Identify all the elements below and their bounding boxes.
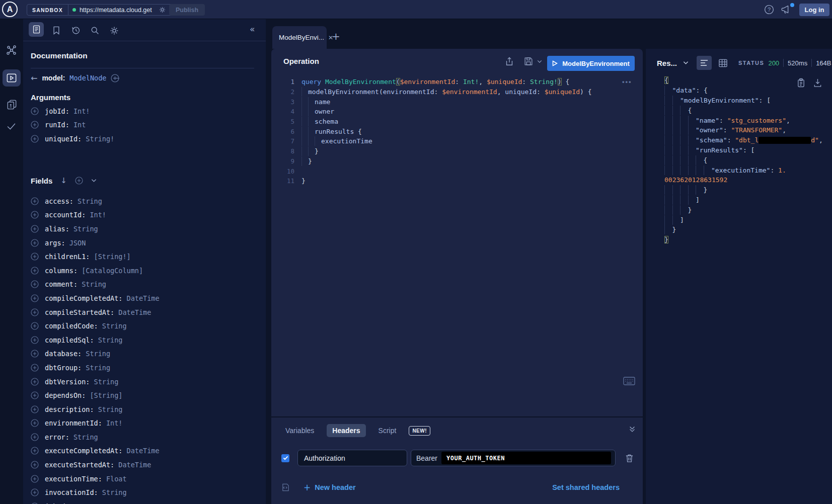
history-icon[interactable] [71,26,81,35]
add-field-icon[interactable] [31,405,39,413]
field-item[interactable]: environmentId: Int! [23,416,266,431]
field-item[interactable]: jobId: Int! [23,499,266,504]
fields-options-chevron-icon[interactable] [91,179,97,183]
field-type[interactable]: String [78,197,102,205]
field-item[interactable]: database: String [23,347,266,361]
header-value-input[interactable]: Bearer YOUR_AUTH_TOKEN [411,450,616,466]
schema-graph-icon[interactable] [6,44,18,56]
panel-divider[interactable] [271,416,643,417]
add-field-icon[interactable] [31,107,39,115]
editor-more-menu[interactable]: ••• [622,78,632,86]
tab-variables[interactable]: Variables [280,424,320,437]
field-type[interactable]: String [102,322,127,330]
response-dropdown-chevron-icon[interactable] [683,61,689,65]
field-item[interactable]: executionTime: Float [23,472,266,486]
add-field-icon[interactable] [31,121,39,129]
tab-headers[interactable]: Headers [327,424,365,437]
code-line[interactable]: 9} [279,156,592,166]
field-item[interactable]: columns: [CatalogColumn] [23,264,266,278]
collapse-bottom-panel-icon[interactable] [628,425,636,433]
code-line[interactable]: 10 [279,166,592,176]
field-item[interactable]: accountId: Int! [23,208,266,222]
table-view-icon[interactable] [718,58,728,68]
add-field-icon[interactable] [31,267,39,275]
add-field-icon[interactable] [31,308,39,316]
field-type[interactable]: Int [73,121,86,129]
field-item[interactable]: dbtGroup: String [23,361,266,375]
delete-header-trash-icon[interactable] [625,454,634,463]
field-item[interactable]: executeCompletedAt: DateTime [23,444,266,458]
share-icon[interactable] [504,56,514,66]
apollo-logo[interactable]: A [2,2,18,17]
new-tab-button[interactable]: + [332,30,340,42]
endpoint-url[interactable]: https://metadata.cloud.get [80,7,155,14]
save-options-chevron-icon[interactable] [537,60,542,63]
argument-item[interactable]: jobId: Int! [23,104,266,118]
add-field-icon[interactable] [31,280,39,288]
code-line[interactable]: 5schema [279,117,592,127]
explorer-nav-item[interactable] [3,69,21,87]
field-type[interactable]: String [86,350,110,358]
field-item[interactable]: compiledCode: String [23,319,266,333]
set-shared-headers-link[interactable]: Set shared headers [552,483,620,491]
documentation-tab-button[interactable] [29,22,44,37]
bookmarks-icon[interactable] [52,26,60,35]
field-type[interactable]: String [82,280,106,288]
add-to-query-icon[interactable] [111,74,119,82]
header-key-input[interactable]: Authorization [297,450,407,466]
field-item[interactable]: compileStartedAt: DateTime [23,305,266,319]
back-arrow-icon[interactable]: ← [31,73,37,83]
add-field-icon[interactable] [31,322,39,330]
tab-script[interactable]: Script [373,424,402,437]
code-line[interactable]: 2modelByEnvironment(environmentId: $envi… [279,87,592,97]
code-line[interactable]: 1query ModelByEnvironment($environmentId… [279,77,592,87]
field-item[interactable]: description: String [23,402,266,416]
endpoint-settings-gear-icon[interactable] [159,6,166,14]
field-item[interactable]: access: String [23,194,266,208]
publish-button[interactable]: Publish [169,4,205,16]
field-type[interactable]: Float [106,475,127,483]
add-field-icon[interactable] [31,336,39,344]
field-item[interactable]: childrenL1: [String!] [23,249,266,264]
add-all-fields-icon[interactable] [75,177,83,185]
login-button[interactable]: Log in [799,4,829,16]
add-field-icon[interactable] [31,197,39,205]
code-line[interactable]: 4owner [279,107,592,117]
field-item[interactable]: error: String [23,430,266,444]
field-type[interactable]: JSON [69,239,86,247]
code-line[interactable]: 8} [279,146,592,156]
field-type[interactable]: [CatalogColumn] [82,267,143,275]
field-type[interactable]: DateTime [118,308,151,316]
response-title[interactable]: Res... [657,59,677,67]
field-type[interactable]: Int! [106,419,123,427]
add-field-icon[interactable] [31,135,39,143]
code-line[interactable]: 7executionTime [279,136,592,146]
add-field-icon[interactable] [31,419,39,427]
field-type[interactable]: String [73,433,98,441]
code-line[interactable]: 6runResults { [279,126,592,136]
field-type[interactable]: String! [86,135,114,143]
add-field-icon[interactable] [31,294,39,302]
add-field-icon[interactable] [31,239,39,247]
field-type[interactable]: [String!] [94,253,131,261]
operation-collections-icon[interactable] [6,99,18,110]
format-json-button[interactable] [697,56,712,70]
code-line[interactable]: 3name [279,97,592,107]
field-item[interactable]: compileCompletedAt: DateTime [23,291,266,305]
field-type[interactable]: DateTime [127,447,160,455]
field-type[interactable]: String [94,378,119,386]
field-item[interactable]: args: JSON [23,236,266,250]
collapse-sidebar-icon[interactable]: « [250,24,255,34]
field-type[interactable]: Int! [73,107,90,115]
add-field-icon[interactable] [31,378,39,386]
add-field-icon[interactable] [31,488,39,496]
response-json-viewer[interactable]: {"data": {"modelByEnvironment": [{"name"… [664,75,823,245]
add-field-icon[interactable] [31,211,39,219]
field-type[interactable]: String [73,225,98,233]
endpoint-url-field[interactable]: https://metadata.cloud.get [68,4,174,16]
settings-gear-icon[interactable] [109,26,119,36]
field-type[interactable]: String [98,405,123,413]
help-icon[interactable]: ? [764,5,774,15]
field-type[interactable]: String [86,364,110,372]
add-field-icon[interactable] [31,447,39,455]
